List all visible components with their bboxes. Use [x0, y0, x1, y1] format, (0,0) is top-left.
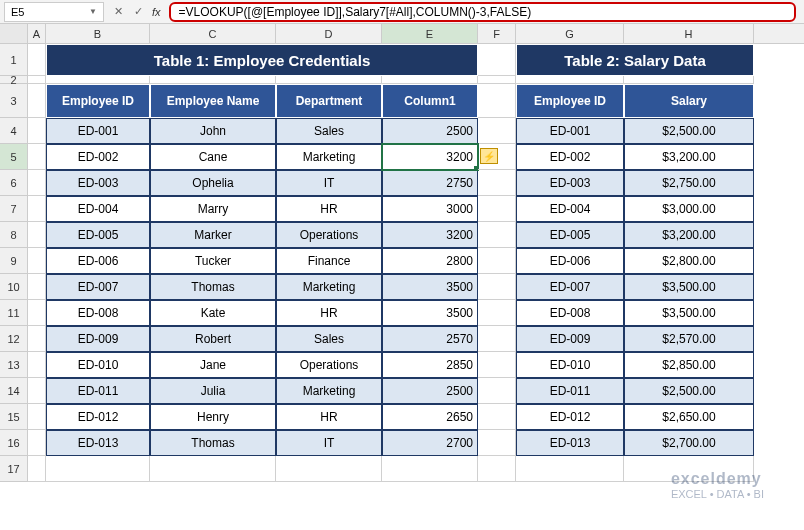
cell[interactable]: [28, 378, 46, 404]
col-header-F[interactable]: F: [478, 24, 516, 43]
cell[interactable]: [46, 456, 150, 482]
t1-dept[interactable]: Operations: [276, 222, 382, 248]
t2-sal[interactable]: $2,700.00: [624, 430, 754, 456]
formula-input[interactable]: =VLOOKUP([@[Employee ID]],Salary7[#All],…: [169, 2, 796, 22]
t2-id[interactable]: ED-007: [516, 274, 624, 300]
t1-id[interactable]: ED-006: [46, 248, 150, 274]
t1-name[interactable]: Kate: [150, 300, 276, 326]
table1-title[interactable]: Table 1: Employee Credentials: [46, 44, 478, 76]
t1-name[interactable]: Cane: [150, 144, 276, 170]
t2-id[interactable]: ED-012: [516, 404, 624, 430]
row-header-8[interactable]: 8: [0, 222, 28, 248]
t2-sal[interactable]: $2,850.00: [624, 352, 754, 378]
t1-name[interactable]: Thomas: [150, 430, 276, 456]
t2-sal[interactable]: $2,570.00: [624, 326, 754, 352]
t2-header-0[interactable]: Employee ID: [516, 84, 624, 118]
cell[interactable]: [150, 456, 276, 482]
cell[interactable]: [28, 430, 46, 456]
t2-id[interactable]: ED-006: [516, 248, 624, 274]
cell[interactable]: [478, 76, 516, 84]
cell[interactable]: [478, 300, 516, 326]
t2-id[interactable]: ED-010: [516, 352, 624, 378]
t1-val[interactable]: 2800: [382, 248, 478, 274]
t2-id[interactable]: ED-009: [516, 326, 624, 352]
row-header-9[interactable]: 9: [0, 248, 28, 274]
t1-id[interactable]: ED-005: [46, 222, 150, 248]
t1-dept[interactable]: Marketing: [276, 274, 382, 300]
cell[interactable]: [478, 170, 516, 196]
t1-dept[interactable]: Marketing: [276, 144, 382, 170]
cell[interactable]: [478, 274, 516, 300]
t1-val[interactable]: 3200: [382, 144, 478, 170]
t2-id[interactable]: ED-004: [516, 196, 624, 222]
t2-sal[interactable]: $2,800.00: [624, 248, 754, 274]
col-header-G[interactable]: G: [516, 24, 624, 43]
row-header-13[interactable]: 13: [0, 352, 28, 378]
cell[interactable]: [478, 378, 516, 404]
t1-dept[interactable]: Operations: [276, 352, 382, 378]
t1-name[interactable]: Thomas: [150, 274, 276, 300]
t1-dept[interactable]: Finance: [276, 248, 382, 274]
cell[interactable]: [478, 222, 516, 248]
t1-dept[interactable]: Sales: [276, 118, 382, 144]
col-header-E[interactable]: E: [382, 24, 478, 43]
cell[interactable]: [478, 456, 516, 482]
smart-tag-icon[interactable]: ⚡: [480, 148, 498, 164]
cell[interactable]: [150, 76, 276, 84]
row-header-7[interactable]: 7: [0, 196, 28, 222]
t1-id[interactable]: ED-010: [46, 352, 150, 378]
t1-dept[interactable]: Marketing: [276, 378, 382, 404]
cell[interactable]: [28, 404, 46, 430]
cell[interactable]: [624, 76, 754, 84]
t2-id[interactable]: ED-002: [516, 144, 624, 170]
accept-formula-icon[interactable]: ✓: [128, 2, 148, 22]
t2-sal[interactable]: $2,650.00: [624, 404, 754, 430]
cell[interactable]: [28, 196, 46, 222]
cell[interactable]: ⚡: [478, 144, 516, 170]
t2-sal[interactable]: $3,500.00: [624, 300, 754, 326]
name-box[interactable]: E5 ▼: [4, 2, 104, 22]
row-header-16[interactable]: 16: [0, 430, 28, 456]
cell[interactable]: [478, 404, 516, 430]
t1-id[interactable]: ED-002: [46, 144, 150, 170]
t2-id[interactable]: ED-013: [516, 430, 624, 456]
t2-sal[interactable]: $2,500.00: [624, 118, 754, 144]
cell[interactable]: [28, 84, 46, 118]
t1-val[interactable]: 2850: [382, 352, 478, 378]
cell[interactable]: [28, 300, 46, 326]
col-header-B[interactable]: B: [46, 24, 150, 43]
cell[interactable]: [28, 456, 46, 482]
col-header-C[interactable]: C: [150, 24, 276, 43]
t2-sal[interactable]: $3,200.00: [624, 222, 754, 248]
cell[interactable]: [382, 76, 478, 84]
t1-val[interactable]: 2570: [382, 326, 478, 352]
cell[interactable]: [624, 456, 754, 482]
row-header-11[interactable]: 11: [0, 300, 28, 326]
cell[interactable]: [28, 118, 46, 144]
t1-dept[interactable]: IT: [276, 430, 382, 456]
cell[interactable]: [28, 222, 46, 248]
cell[interactable]: [28, 326, 46, 352]
t1-val[interactable]: 3500: [382, 300, 478, 326]
col-header-D[interactable]: D: [276, 24, 382, 43]
t1-name[interactable]: Henry: [150, 404, 276, 430]
cell[interactable]: [516, 456, 624, 482]
t1-name[interactable]: Marry: [150, 196, 276, 222]
t1-name[interactable]: Ophelia: [150, 170, 276, 196]
t1-header-0[interactable]: Employee ID: [46, 84, 150, 118]
t1-val[interactable]: 3500: [382, 274, 478, 300]
row-header-12[interactable]: 12: [0, 326, 28, 352]
t2-id[interactable]: ED-005: [516, 222, 624, 248]
fx-icon[interactable]: fx: [152, 6, 161, 18]
cell[interactable]: [28, 144, 46, 170]
t1-header-3[interactable]: Column1: [382, 84, 478, 118]
t2-id[interactable]: ED-003: [516, 170, 624, 196]
t1-name[interactable]: John: [150, 118, 276, 144]
cell[interactable]: [28, 274, 46, 300]
col-header-A[interactable]: A: [28, 24, 46, 43]
row-header-1[interactable]: 1: [0, 44, 28, 76]
cell[interactable]: [478, 248, 516, 274]
cell[interactable]: [478, 118, 516, 144]
col-header-H[interactable]: H: [624, 24, 754, 43]
row-header-4[interactable]: 4: [0, 118, 28, 144]
